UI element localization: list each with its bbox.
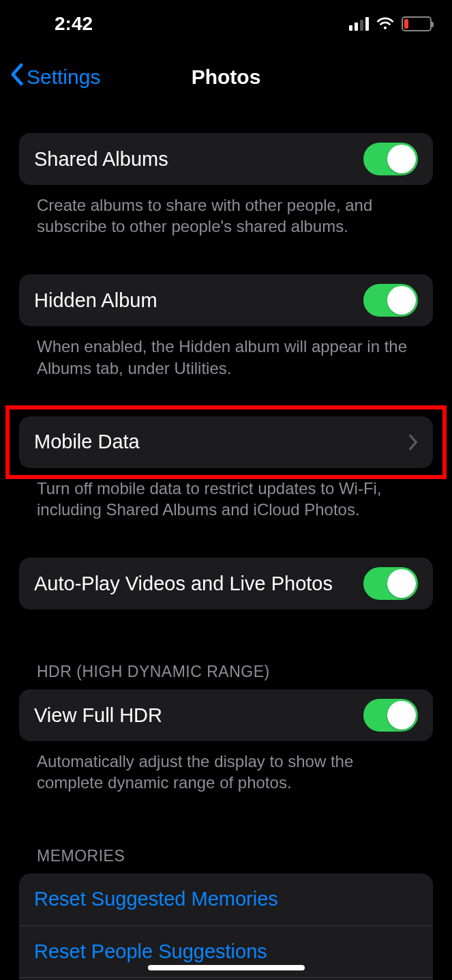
show-holiday-events-row[interactable]: Show Holiday Events (19, 977, 433, 981)
reset-people-suggestions-label: Reset People Suggestions (34, 940, 418, 963)
chevron-right-icon (408, 434, 418, 450)
shared-albums-toggle[interactable] (363, 143, 418, 175)
hdr-label: View Full HDR (34, 704, 363, 727)
mobile-data-footer: Turn off mobile data to restrict updates… (19, 468, 433, 520)
hidden-album-group: Hidden Album (19, 274, 433, 326)
status-bar: 2:42 (0, 0, 452, 48)
shared-albums-label: Shared Albums (34, 148, 363, 171)
reset-suggested-memories-row[interactable]: Reset Suggested Memories (19, 874, 433, 925)
hdr-footer: Automatically adjust the display to show… (19, 741, 433, 793)
cellular-icon (349, 17, 369, 31)
hdr-row[interactable]: View Full HDR (19, 689, 433, 741)
hidden-album-footer: When enabled, the Hidden album will appe… (19, 326, 433, 378)
mobile-data-group: Mobile Data (19, 416, 433, 468)
hidden-album-label: Hidden Album (34, 289, 363, 312)
mobile-data-label: Mobile Data (34, 431, 408, 453)
status-time: 2:42 (55, 13, 93, 34)
back-label: Settings (27, 66, 100, 89)
hdr-header: HDR (HIGH DYNAMIC RANGE) (19, 663, 433, 689)
shared-albums-group: Shared Albums (19, 133, 433, 185)
home-indicator[interactable] (148, 965, 305, 970)
autoplay-toggle[interactable] (363, 567, 418, 600)
nav-bar: Settings Photos (0, 48, 452, 106)
memories-header: MEMORIES (19, 847, 433, 874)
chevron-left-icon (10, 63, 24, 91)
hidden-album-row[interactable]: Hidden Album (19, 274, 433, 326)
memories-group: Reset Suggested Memories Reset People Su… (19, 874, 433, 981)
autoplay-row[interactable]: Auto-Play Videos and Live Photos (19, 558, 433, 609)
status-icons (349, 13, 432, 35)
reset-suggested-memories-label: Reset Suggested Memories (34, 888, 418, 910)
wifi-icon (376, 13, 395, 35)
back-button[interactable]: Settings (10, 63, 100, 91)
autoplay-group: Auto-Play Videos and Live Photos (19, 558, 433, 609)
autoplay-label: Auto-Play Videos and Live Photos (34, 573, 363, 595)
shared-albums-row[interactable]: Shared Albums (19, 133, 433, 185)
hidden-album-toggle[interactable] (363, 284, 418, 317)
shared-albums-footer: Create albums to share with other people… (19, 185, 433, 237)
hdr-group: View Full HDR (19, 689, 433, 741)
mobile-data-row[interactable]: Mobile Data (19, 416, 433, 468)
hdr-toggle[interactable] (363, 699, 418, 732)
battery-icon (402, 16, 432, 31)
